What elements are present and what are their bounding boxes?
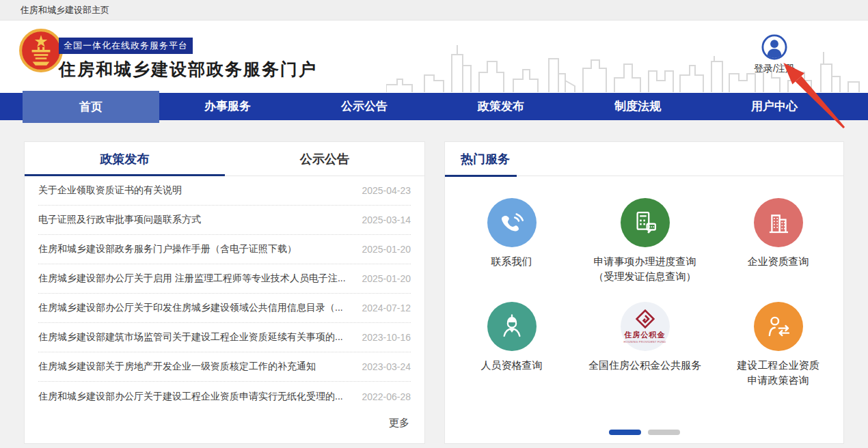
news-title[interactable]: 住房城乡建设部关于房地产开发企业一级资质核定工作的补充通知 bbox=[38, 361, 352, 373]
more-row: 更多 bbox=[25, 411, 424, 430]
service-label[interactable]: 申请事项办理进度查询 bbox=[578, 254, 711, 269]
news-title[interactable]: 住房城乡建设部办公厅关于印发住房城乡建设领域公共信用信息目录（... bbox=[38, 302, 352, 314]
login-register[interactable]: 登录/注册 bbox=[752, 34, 797, 75]
policy-panel: 政策发布 公示公告 关于企业领取资质证书的有关说明 2025-04-23 电子证… bbox=[24, 141, 425, 444]
fund-logo-text: 住房公积金 bbox=[625, 330, 666, 340]
news-date: 2023-10-16 bbox=[362, 332, 411, 343]
calculator-chat-icon bbox=[621, 198, 670, 247]
news-date: 2024-07-12 bbox=[362, 303, 411, 313]
carousel-dot-2[interactable] bbox=[648, 430, 680, 435]
building-icon bbox=[754, 198, 803, 247]
service-label[interactable]: 建设工程企业资质 bbox=[711, 358, 845, 373]
topbar: 住房和城乡建设部主页 bbox=[0, 0, 868, 20]
service-progress-query[interactable]: 申请事项办理进度查询 （受理发证信息查询） bbox=[578, 198, 711, 284]
carousel-indicators bbox=[445, 430, 843, 435]
page-title: 住房和城乡建设部政务服务门户 bbox=[59, 58, 317, 81]
news-title[interactable]: 住房和城乡建设部办公厅关于建设工程企业资质申请实行无纸化受理的... bbox=[38, 391, 352, 403]
login-register-label[interactable]: 登录/注册 bbox=[752, 63, 797, 75]
list-item[interactable]: 住房城乡建设部办公厅关于印发住房城乡建设领域公共信用信息目录（... 2024-… bbox=[38, 294, 411, 323]
news-date: 2025-04-23 bbox=[362, 185, 411, 196]
service-contact-us[interactable]: 联系我们 bbox=[445, 198, 578, 284]
national-emblem-icon bbox=[18, 28, 64, 73]
nav-item-home[interactable]: 首页 bbox=[23, 91, 159, 123]
policy-list: 关于企业领取资质证书的有关说明 2025-04-23 电子证照及行政审批事项问题… bbox=[25, 176, 424, 411]
list-item[interactable]: 住房和城乡建设部政务服务门户操作手册（含电子证照下载） 2025-01-20 bbox=[38, 235, 411, 264]
policy-tabs: 政策发布 公示公告 bbox=[25, 142, 424, 176]
housing-fund-logo-icon: 住房公积金 HOUSING PROVIDENT FUND bbox=[621, 302, 670, 351]
news-date: 2022-06-28 bbox=[362, 391, 411, 402]
news-date: 2025-03-14 bbox=[362, 214, 411, 225]
service-enterprise-qualification-query[interactable]: 企业资质查询 bbox=[711, 198, 845, 284]
service-qualification-policy-consult[interactable]: 建设工程企业资质 申请政策咨询 bbox=[711, 302, 845, 388]
news-title[interactable]: 住房和城乡建设部政务服务门户操作手册（含电子证照下载） bbox=[38, 243, 352, 255]
service-label[interactable]: 联系我们 bbox=[445, 254, 578, 269]
fund-logo-subtext: HOUSING PROVIDENT FUND bbox=[624, 340, 666, 344]
tab-policy-release[interactable]: 政策发布 bbox=[25, 142, 225, 176]
nav-item-policies[interactable]: 政策发布 bbox=[433, 93, 569, 120]
list-item[interactable]: 关于企业领取资质证书的有关说明 2025-04-23 bbox=[38, 176, 411, 206]
news-date: 2025-01-20 bbox=[362, 273, 411, 284]
hot-services-panel: 热门服务 联系我们 bbox=[444, 141, 844, 444]
ministry-home-link[interactable]: 住房和城乡建设部主页 bbox=[21, 4, 109, 16]
site-brand: 全国一体化在线政务服务平台 住房和城乡建设部政务服务门户 bbox=[59, 38, 317, 81]
list-item[interactable]: 住房城乡建设部建筑市场监管司关于建设工程企业资质延续有关事项的... 2023-… bbox=[38, 323, 411, 352]
person-transfer-icon bbox=[754, 302, 803, 351]
news-date: 2025-01-20 bbox=[362, 244, 411, 255]
list-item[interactable]: 住房城乡建设部关于房地产开发企业一级资质核定工作的补充通知 2023-03-24 bbox=[38, 352, 411, 382]
more-link[interactable]: 更多 bbox=[389, 417, 409, 428]
nav-item-regulations[interactable]: 制度法规 bbox=[569, 93, 706, 120]
phone-icon bbox=[487, 198, 537, 247]
news-title[interactable]: 关于企业领取资质证书的有关说明 bbox=[38, 184, 352, 197]
platform-badge: 全国一体化在线政务服务平台 bbox=[59, 38, 193, 54]
tab-public-announcement[interactable]: 公示公告 bbox=[225, 142, 425, 176]
services-grid: 联系我们 申请事项办理进度查询 （受理发证信息查 bbox=[445, 176, 843, 388]
service-personnel-qualification-query[interactable]: 人员资格查询 bbox=[445, 302, 578, 388]
nav-item-user-center[interactable]: 用户中心 bbox=[706, 93, 843, 120]
hot-services-title: 热门服务 bbox=[445, 142, 843, 176]
news-date: 2023-03-24 bbox=[362, 361, 411, 372]
site-header: 全国一体化在线政务服务平台 住房和城乡建设部政务服务门户 登录/注册 bbox=[0, 20, 868, 93]
news-title[interactable]: 住房城乡建设部建筑市场监管司关于建设工程企业资质延续有关事项的... bbox=[38, 331, 352, 344]
list-item[interactable]: 住房和城乡建设部办公厅关于建设工程企业资质申请实行无纸化受理的... 2022-… bbox=[38, 382, 411, 411]
list-item[interactable]: 电子证照及行政审批事项问题联系方式 2025-03-14 bbox=[38, 206, 411, 235]
nav-item-services[interactable]: 办事服务 bbox=[159, 93, 296, 120]
user-avatar-icon bbox=[761, 34, 787, 60]
construction-worker-icon bbox=[487, 302, 537, 351]
service-label-line2[interactable]: （受理发证信息查询） bbox=[578, 269, 711, 284]
nav-item-announcements[interactable]: 公示公告 bbox=[296, 93, 433, 120]
service-label[interactable]: 企业资质查询 bbox=[711, 254, 845, 269]
title-accent-bar bbox=[445, 175, 517, 177]
main-navigation: 首页 办事服务 公示公告 政策发布 制度法规 用户中心 bbox=[0, 93, 868, 120]
news-title[interactable]: 住房城乡建设部办公厅关于启用 注册监理工程师等专业技术人员电子注... bbox=[38, 272, 352, 285]
service-label[interactable]: 人员资格查询 bbox=[445, 358, 578, 373]
service-housing-fund[interactable]: 住房公积金 HOUSING PROVIDENT FUND 全国住房公积金公共服务 bbox=[578, 302, 711, 388]
news-title[interactable]: 电子证照及行政审批事项问题联系方式 bbox=[38, 214, 352, 226]
service-label-line2[interactable]: 申请政策咨询 bbox=[711, 373, 845, 388]
service-label[interactable]: 全国住房公积金公共服务 bbox=[578, 358, 711, 373]
list-item[interactable]: 住房城乡建设部办公厅关于启用 注册监理工程师等专业技术人员电子注... 2025… bbox=[38, 264, 411, 294]
carousel-dot-1[interactable] bbox=[609, 430, 641, 435]
